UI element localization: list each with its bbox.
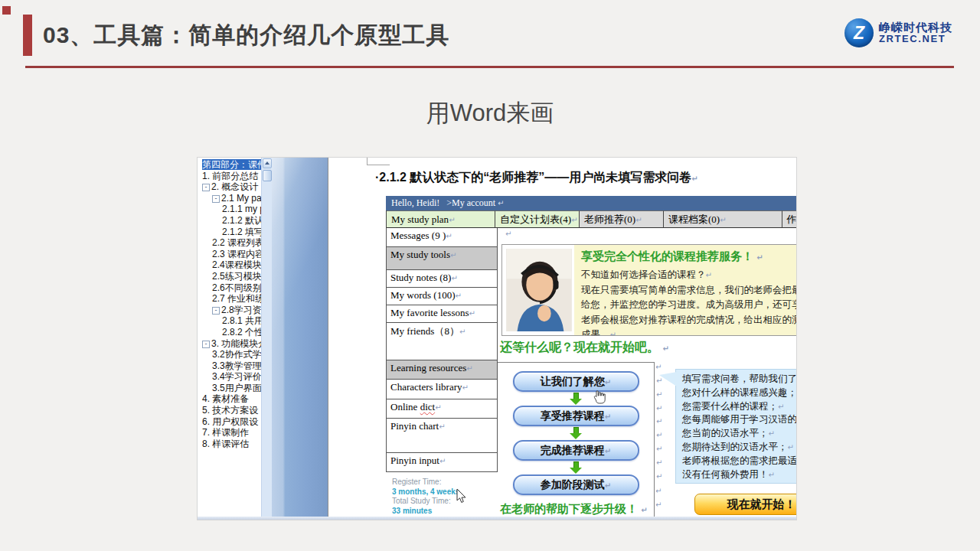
paragraph-mark: ↵ [706,271,712,279]
cut-off-element-above [367,158,390,165]
mock-sidebar-item[interactable]: Online dict↵ [386,399,498,419]
mock-sidebar-item[interactable]: Pinyin input↵ [386,453,498,472]
doc-map-item[interactable]: 5. 技术方案设 [198,405,261,416]
doc-map-item[interactable]: 2.1.1 my p [198,204,261,215]
mock-sidebar-label: Online [390,401,420,412]
flow-step-button[interactable]: 享受推荐课程↵ [513,406,639,426]
mock-tab[interactable]: My study plan↵ [387,210,495,228]
promo-line-text: 不知道如何选择合适的课程？ [581,269,706,280]
callout-line: ↵没有任何额外费用！↵ [676,468,797,482]
doc-map-item[interactable]: 8. 样课评估 [198,439,261,450]
doc-map-item[interactable]: 1. 前部分总结 [198,171,261,182]
paragraph-mark: ↵ [446,232,452,240]
paragraph-mark: ↵ [439,457,446,465]
mock-tab-label: 作业 [787,214,797,225]
doc-map-item[interactable]: 7. 样课制作 [198,427,261,439]
doc-map-item[interactable]: 2.4课程模块 [198,259,261,271]
paragraph-mark: ↵ [656,429,662,442]
mock-sidebar-item[interactable]: My study tools↵ [386,247,498,270]
section-heading-text: ·2.1.2 默认状态下的“老师推荐”——用户尚未填写需求问卷 [375,171,691,184]
collapse-icon[interactable]: - [212,307,220,315]
paragraph-mark: ↵ [435,403,441,412]
stat-label: Total Study Time: [392,497,498,507]
collapse-icon[interactable]: - [212,195,220,203]
stat-value: 3 months, 4 weeks [392,487,498,497]
doc-map-item[interactable]: 2.8.2 个性 [198,327,261,338]
paragraph-mark: ↵ [439,422,445,431]
start-now-label: 现在就开始！ [727,497,795,510]
promo-box: 享受完全个性化的课程推荐服务！ ↵ 不知道如何选择合适的课程？↵ 现在只需要填写… [501,244,797,336]
paragraph-mark: ↵ [498,199,504,207]
down-arrow-icon [570,461,582,474]
doc-map-item-label: 2.1.2 默认 [222,215,261,226]
mock-sidebar-item[interactable]: My friends（8）↵ [386,323,498,360]
doc-map-item[interactable]: 2.1.2 默认 [198,215,261,227]
paragraph-mark: ↵ [450,251,456,259]
mock-sidebar-rows: Messages (9 )↵ My study tools↵ Study not… [386,228,498,472]
mock-sidebar-item[interactable]: My favorite lessons↵ [386,305,498,323]
flow-step-label: 让我们了解您 [541,375,605,387]
callout-line-text: 您每周能够用于学习汉语的时间； [682,414,797,425]
collapse-icon[interactable]: - [202,341,210,348]
callout-line-text: 您对什么样的课程感兴趣； [682,387,797,398]
doc-map-item[interactable]: 第四部分：课件 [198,159,261,171]
paragraph-mark: ↵ [456,292,462,300]
doc-map-item[interactable]: 3.3教学管理 [198,360,261,372]
paragraph-mark: ↵ [720,216,726,224]
flow-step-button[interactable]: 参加阶段测试↵ [513,474,639,495]
doc-map-item-label: 2.1.2 填写 [222,227,261,237]
doc-map-item[interactable]: 6. 用户权限设 [198,416,261,428]
mock-sidebar-item[interactable]: Study notes (8)↵ [386,270,498,288]
flow-step: 完成推荐课程↵ [513,440,639,474]
paragraph-mark: ↵ [610,331,616,335]
mock-tab[interactable]: 作业↵ [782,210,797,228]
doc-map-item[interactable]: 2.5练习模块 [198,271,261,282]
mock-tab[interactable]: 自定义计划表(4)↵ [495,210,580,228]
doc-map-item[interactable]: -2.8学习资源 [198,305,261,316]
flow-step-button[interactable]: 让我们了解您↵ [513,371,639,392]
paragraph-mark: ↵ [656,442,662,456]
doc-map-item[interactable]: -2. 概念设计 [198,181,261,193]
mock-sidebar-item[interactable]: Messages (9 )↵ [386,228,498,247]
doc-map-item[interactable]: 2.6不同级别 [198,282,261,294]
scrollbar-thumb[interactable] [263,170,272,181]
doc-map-item[interactable]: 2.1.2 填写 [198,227,261,238]
doc-map-item[interactable]: -2.1 My page [198,193,261,204]
mock-greeting[interactable]: Hello, Heidi! >My account [391,197,495,208]
cta-headline: 还等什么呢？现在就开始吧。 ↵ [500,340,669,356]
callout-line-text: 填写需求问卷，帮助我们了解： [682,373,797,384]
doc-map-item[interactable]: 3.2协作式学 [198,349,261,360]
mock-sidebar-item[interactable]: My words (100)↵ [386,288,498,305]
collapse-icon[interactable]: - [202,184,210,191]
doc-map-item-label: 3.5用户界面 [212,383,261,393]
mouse-arrow-cursor [456,489,467,507]
paragraph-mark: ↵ [469,309,475,318]
doc-map-item[interactable]: 3.4学习评价 [198,371,261,383]
spellcheck-underlined-word: dict [420,401,436,412]
mock-sidebar-item[interactable]: Learning resources↵ [386,360,498,380]
doc-map-item[interactable]: 3.5用户界面 [198,383,261,394]
doc-map-item[interactable]: 2.8.1 共用 [198,315,261,327]
doc-map-item[interactable]: 4. 素材准备 [198,393,261,405]
doc-map-item[interactable]: 2.3 课程内容 [198,249,261,260]
mock-sidebar-item[interactable]: Characters library↵ [386,380,498,399]
stat-value: 33 minutes [392,507,498,517]
doc-map-item[interactable]: -3. 功能模块介 [198,338,261,350]
doc-map-scrollbar[interactable] [261,158,273,517]
doc-map-item[interactable]: 2.2 课程列表 [198,237,261,249]
mock-tab[interactable]: 课程档案(0)↵ [664,210,782,228]
start-now-button[interactable]: 现在就开始！ ↵ [694,494,797,515]
scroll-up-button[interactable] [263,158,272,168]
mock-sidebar-item[interactable]: Pinyin chart↵ [386,419,498,453]
paragraph-mark: ↵ [656,388,662,402]
mock-tab[interactable]: 老师推荐(0)↵ [580,210,664,228]
window-bottom-edge [198,517,797,520]
paragraph-mark: ↵ [656,470,662,484]
doc-map-item-label: 5. 技术方案设 [202,405,258,416]
flow-step-button[interactable]: 完成推荐课程↵ [513,440,639,461]
callout-line: ↵您每周能够用于学习汉语的时间；↵ [676,413,797,427]
logo-company-name: 峥嵘时代科技 [879,21,952,34]
callout-line: ↵老师将根据您的需求把最适合的↵ [676,455,797,468]
mock-sidebar-label: Messages (9 ) [390,230,446,241]
doc-map-item[interactable]: 2.7 作业和练 [198,293,261,305]
